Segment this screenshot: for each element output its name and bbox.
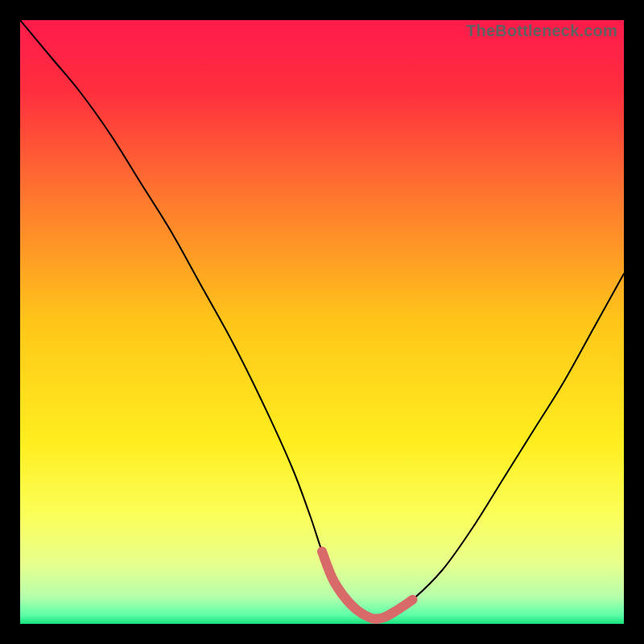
plot-area: TheBottleneck.com xyxy=(20,20,624,624)
curve-highlight xyxy=(322,551,413,619)
curve-main xyxy=(20,20,624,619)
bottleneck-curve xyxy=(20,20,624,624)
watermark-text: TheBottleneck.com xyxy=(466,22,617,40)
chart-frame: TheBottleneck.com xyxy=(0,0,644,644)
